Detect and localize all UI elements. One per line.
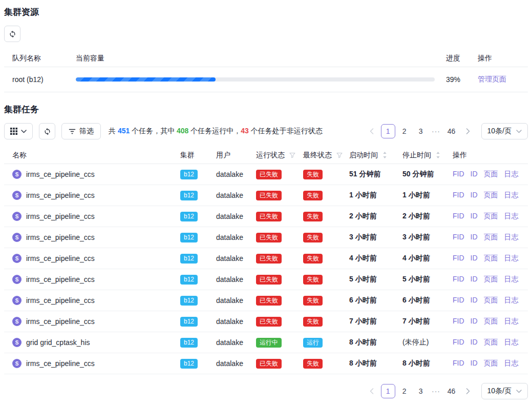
pagination-prev-button[interactable] bbox=[365, 124, 379, 138]
filter-funnel-icon[interactable] bbox=[289, 152, 295, 158]
col-start-time[interactable]: 启动时间 bbox=[349, 151, 402, 160]
pagination-next-button[interactable] bbox=[461, 124, 475, 138]
pagination-page-1[interactable]: 1 bbox=[381, 124, 395, 138]
log-link[interactable]: 日志 bbox=[504, 338, 519, 347]
resources-refresh-button[interactable] bbox=[4, 26, 20, 42]
filter-button-label: 筛选 bbox=[79, 127, 94, 136]
task-name: irms_ce_pipeline_ccs bbox=[26, 233, 95, 241]
pagination-ellipsis[interactable]: ··· bbox=[430, 387, 442, 395]
manage-page-link[interactable]: 管理页面 bbox=[478, 75, 506, 83]
fid-link[interactable]: FID bbox=[453, 296, 464, 305]
start-time: 5 小时前 bbox=[349, 275, 402, 284]
name-cell: S irms_ce_pipeline_ccs bbox=[4, 212, 180, 221]
user-cell: datalake bbox=[216, 233, 256, 241]
pagination-page-46[interactable]: 46 bbox=[444, 124, 459, 138]
page: 集群资源 队列名称 当前容量 进度 操作 root (b12) 39% bbox=[0, 0, 532, 405]
pagination-ellipsis[interactable]: ··· bbox=[430, 127, 442, 135]
run-status-badge: 运行中 bbox=[256, 338, 282, 348]
page-link[interactable]: 页面 bbox=[484, 317, 498, 326]
id-link[interactable]: ID bbox=[471, 191, 478, 200]
id-link[interactable]: ID bbox=[471, 359, 478, 368]
fid-link[interactable]: FID bbox=[453, 359, 464, 368]
page-size-select[interactable]: 10条/页 bbox=[481, 383, 528, 399]
page-link[interactable]: 页面 bbox=[484, 170, 498, 179]
log-link[interactable]: 日志 bbox=[504, 359, 519, 368]
table-row: S irms_ce_pipeline_ccs b12 datalake 已失败 … bbox=[4, 185, 528, 206]
pagination-page-3[interactable]: 3 bbox=[414, 124, 428, 138]
page-link[interactable]: 页面 bbox=[484, 254, 498, 263]
filter-funnel-icon[interactable] bbox=[336, 152, 343, 158]
fid-link[interactable]: FID bbox=[453, 338, 464, 347]
id-link[interactable]: ID bbox=[471, 233, 478, 242]
tasks-refresh-button[interactable] bbox=[39, 123, 55, 139]
pagination-page-2[interactable]: 2 bbox=[397, 124, 412, 138]
fid-link[interactable]: FID bbox=[453, 317, 464, 326]
user-cell: datalake bbox=[216, 254, 256, 262]
fid-link[interactable]: FID bbox=[453, 212, 464, 221]
final-status-badge: 失败 bbox=[303, 359, 323, 369]
fid-link[interactable]: FID bbox=[453, 275, 464, 284]
columns-dropdown-button[interactable] bbox=[4, 123, 33, 139]
pagination-bottom: 1 2 3 ··· 46 10条/页 bbox=[365, 383, 528, 399]
fid-link[interactable]: FID bbox=[453, 170, 464, 179]
fid-link[interactable]: FID bbox=[453, 254, 464, 263]
row-actions: FID ID 页面 日志 bbox=[453, 296, 528, 305]
page-link[interactable]: 页面 bbox=[484, 296, 498, 305]
pagination-page-3[interactable]: 3 bbox=[414, 384, 428, 398]
row-actions: FID ID 页面 日志 bbox=[453, 254, 528, 263]
id-link[interactable]: ID bbox=[471, 275, 478, 284]
page-link[interactable]: 页面 bbox=[484, 233, 498, 242]
stop-time: 1 小时前 bbox=[402, 191, 453, 200]
page-size-select[interactable]: 10条/页 bbox=[481, 123, 528, 139]
log-link[interactable]: 日志 bbox=[504, 170, 519, 179]
page-link[interactable]: 页面 bbox=[484, 191, 498, 200]
stop-time: (未停止) bbox=[402, 338, 453, 347]
sorter-icon[interactable] bbox=[382, 151, 387, 159]
log-link[interactable]: 日志 bbox=[504, 212, 519, 221]
table-row: S irms_ce_pipeline_ccs b12 datalake 已失败 … bbox=[4, 353, 528, 374]
id-link[interactable]: ID bbox=[471, 296, 478, 305]
avatar: S bbox=[12, 275, 22, 284]
pagination-prev-button[interactable] bbox=[365, 384, 379, 398]
name-cell: S irms_ce_pipeline_ccs bbox=[4, 296, 180, 305]
start-time: 8 小时前 bbox=[349, 359, 402, 368]
user-cell: datalake bbox=[216, 338, 256, 347]
start-time: 4 小时前 bbox=[349, 254, 402, 263]
pagination-next-button[interactable] bbox=[461, 384, 475, 398]
avatar: S bbox=[12, 170, 22, 179]
log-link[interactable]: 日志 bbox=[504, 317, 519, 326]
page-link[interactable]: 页面 bbox=[484, 338, 498, 347]
row-actions: FID ID 页面 日志 bbox=[453, 359, 528, 368]
log-link[interactable]: 日志 bbox=[504, 233, 519, 242]
log-link[interactable]: 日志 bbox=[504, 275, 519, 284]
start-time: 51 分钟前 bbox=[349, 170, 402, 179]
sync-icon bbox=[44, 128, 51, 135]
filter-button[interactable]: 筛选 bbox=[61, 123, 101, 139]
log-link[interactable]: 日志 bbox=[504, 296, 519, 305]
id-link[interactable]: ID bbox=[471, 317, 478, 326]
pagination-page-1[interactable]: 1 bbox=[381, 384, 395, 398]
resources-table-header: 队列名称 当前容量 进度 操作 bbox=[4, 50, 528, 67]
fid-link[interactable]: FID bbox=[453, 233, 464, 242]
final-status-badge: 失败 bbox=[303, 233, 323, 242]
page-link[interactable]: 页面 bbox=[484, 275, 498, 284]
col-stop-time[interactable]: 停止时间 bbox=[402, 151, 453, 160]
col-action: 操作 bbox=[453, 151, 528, 160]
fid-link[interactable]: FID bbox=[453, 191, 464, 200]
id-link[interactable]: ID bbox=[471, 254, 478, 263]
log-link[interactable]: 日志 bbox=[504, 254, 519, 263]
id-link[interactable]: ID bbox=[471, 170, 478, 179]
final-status-badge: 失败 bbox=[303, 254, 323, 264]
stop-time: 6 小时前 bbox=[402, 296, 453, 305]
log-link[interactable]: 日志 bbox=[504, 191, 519, 200]
sorter-icon[interactable] bbox=[436, 151, 440, 159]
pagination-page-2[interactable]: 2 bbox=[397, 384, 412, 398]
id-link[interactable]: ID bbox=[471, 338, 478, 347]
page-link[interactable]: 页面 bbox=[484, 359, 498, 368]
pagination-page-46[interactable]: 46 bbox=[444, 384, 459, 398]
task-name: irms_ce_pipeline_ccs bbox=[26, 170, 95, 178]
name-cell: S irms_ce_pipeline_ccs bbox=[4, 359, 180, 368]
page-link[interactable]: 页面 bbox=[484, 212, 498, 221]
cluster-badge: b12 bbox=[180, 296, 198, 306]
id-link[interactable]: ID bbox=[471, 212, 478, 221]
